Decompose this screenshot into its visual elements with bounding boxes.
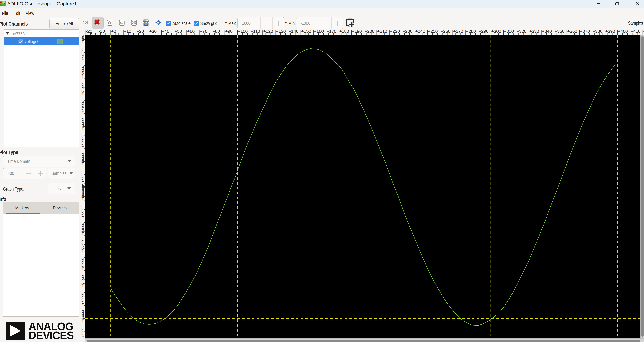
svg-text:+61000: +61000: [81, 101, 85, 113]
svg-text:-10: -10: [98, 29, 105, 34]
svg-text:+280: +280: [466, 29, 476, 34]
svg-text:+51000: +51000: [81, 275, 85, 287]
svg-text:+420: +420: [643, 29, 644, 34]
svg-text:+170: +170: [326, 29, 336, 34]
svg-text:+100: +100: [238, 29, 248, 34]
svg-text:+60: +60: [187, 29, 194, 34]
svg-text:+190: +190: [352, 29, 362, 34]
svg-text:+60000: +60000: [81, 118, 85, 130]
svg-text:+160: +160: [314, 29, 324, 34]
svg-text:+54000: +54000: [81, 223, 85, 235]
svg-text:+220: +220: [390, 29, 400, 34]
svg-text:+55000: +55000: [81, 206, 85, 218]
svg-text:+370: +370: [580, 29, 590, 34]
svg-text:DEVICES: DEVICES: [28, 329, 74, 341]
svg-text:+50: +50: [174, 29, 182, 34]
svg-text:+140: +140: [288, 29, 298, 34]
svg-text:+90: +90: [225, 29, 233, 34]
svg-text:+330: +330: [529, 29, 539, 34]
svg-text:+270: +270: [453, 29, 463, 34]
svg-text:+360: +360: [567, 29, 577, 34]
svg-text:+380: +380: [592, 29, 602, 34]
svg-text:+30: +30: [149, 29, 156, 34]
svg-text:+210: +210: [377, 29, 387, 34]
svg-text:+400: +400: [618, 29, 628, 34]
svg-text:+230: +230: [402, 29, 412, 34]
svg-text:+10: +10: [124, 29, 131, 34]
svg-text:+48000: +48000: [81, 328, 85, 338]
svg-text:+63000: +63000: [81, 66, 85, 78]
svg-text:+50000: +50000: [81, 293, 85, 305]
svg-text:+59000: +59000: [81, 136, 85, 148]
svg-text:+290: +290: [478, 29, 488, 34]
svg-text:+56000: +56000: [81, 188, 85, 200]
svg-text:+65000: +65000: [81, 35, 85, 43]
svg-text:+300: +300: [491, 29, 501, 34]
svg-text:+52000: +52000: [81, 258, 85, 270]
svg-text:+57000: +57000: [81, 170, 85, 183]
svg-text:+62000: +62000: [81, 83, 85, 95]
svg-text:+390: +390: [605, 29, 615, 34]
svg-text:+130: +130: [276, 29, 286, 34]
svg-text:+80: +80: [212, 29, 220, 34]
svg-text:+150: +150: [301, 29, 311, 34]
svg-text:+260: +260: [440, 29, 450, 34]
svg-text:+340: +340: [542, 29, 552, 34]
svg-text:+53000: +53000: [81, 240, 85, 252]
svg-text:+200: +200: [365, 29, 374, 34]
svg-text:+310: +310: [504, 29, 514, 34]
svg-text:+250: +250: [428, 29, 438, 34]
svg-text:+49000: +49000: [81, 310, 85, 322]
svg-text:+0: +0: [111, 29, 116, 34]
svg-text:+64000: +64000: [81, 49, 85, 60]
svg-text:+40: +40: [162, 29, 169, 34]
svg-text:+350: +350: [555, 29, 564, 34]
svg-text:+110: +110: [250, 29, 260, 34]
svg-text:+180: +180: [339, 29, 349, 34]
svg-text:+20: +20: [136, 29, 144, 34]
svg-text:+58000: +58000: [81, 153, 85, 165]
svg-text:+410: +410: [631, 29, 641, 34]
svg-text:+70: +70: [200, 29, 207, 34]
svg-text:+240: +240: [415, 29, 425, 34]
svg-text:+120: +120: [263, 29, 273, 34]
svg-text:+320: +320: [516, 29, 526, 34]
